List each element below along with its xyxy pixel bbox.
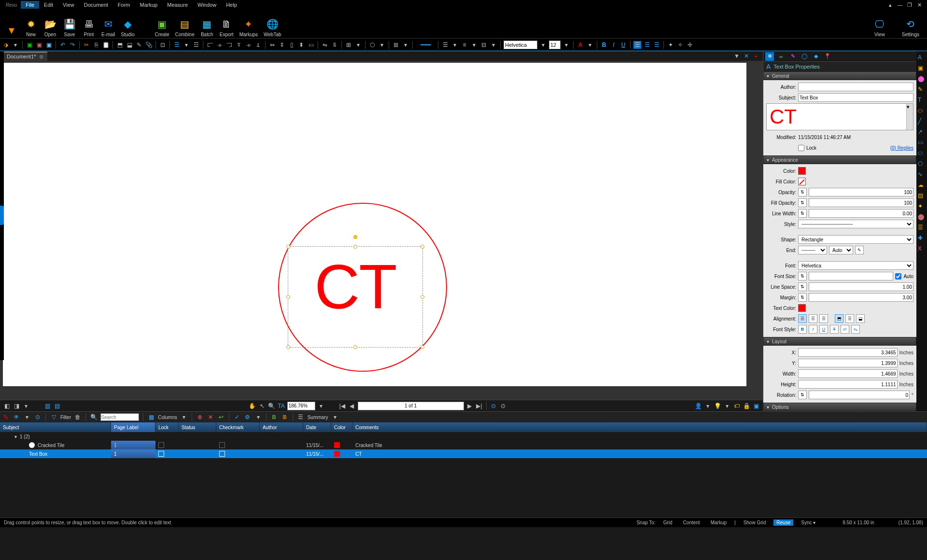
align-top-button[interactable]: ⬒: [835, 314, 843, 323]
tool-icon[interactable]: ▣: [35, 41, 43, 49]
tool-icon[interactable]: ⇔: [268, 41, 276, 49]
bold-button[interactable]: B: [798, 325, 807, 334]
split-icon[interactable]: ◨: [13, 402, 20, 410]
side-icon[interactable]: ▤: [918, 192, 926, 200]
tab-icon[interactable]: ✎: [788, 52, 797, 61]
tool-icon[interactable]: ▣: [45, 41, 53, 49]
zoom-input[interactable]: [287, 402, 315, 410]
tool-icon[interactable]: ☰: [173, 41, 181, 49]
left-panel-handle[interactable]: [0, 206, 4, 225]
replies-link[interactable]: (0) Replies: [890, 145, 913, 151]
section-appearance[interactable]: ▾ Appearance: [763, 155, 916, 164]
rotation-input[interactable]: [809, 391, 910, 399]
section-options[interactable]: ▾ Options: [763, 403, 916, 411]
align-right-button[interactable]: ☰: [819, 314, 828, 323]
col-date[interactable]: Date: [303, 422, 331, 432]
settings-button[interactable]: ⟲Settings: [899, 17, 922, 37]
align-left-button[interactable]: ☰: [798, 314, 807, 323]
create-button[interactable]: ▣Create: [152, 17, 172, 37]
pan-icon[interactable]: ✋: [249, 402, 256, 410]
last-page-icon[interactable]: ▶|: [476, 402, 483, 410]
opacity-input[interactable]: [809, 188, 913, 196]
tool-icon[interactable]: ▾: [451, 41, 459, 49]
snap-grid[interactable]: Grid: [660, 519, 675, 526]
grid-icon[interactable]: ⊞: [392, 41, 400, 49]
document-tab[interactable]: Document1* ⊗: [3, 52, 47, 61]
text-select-icon[interactable]: TA: [278, 402, 285, 410]
columns-label[interactable]: Columns: [158, 415, 177, 420]
dropdown-icon[interactable]: ▾: [254, 413, 262, 421]
align-bottom-icon[interactable]: ⫫: [254, 41, 262, 49]
subject-input[interactable]: [798, 93, 913, 102]
font-select[interactable]: Helvetica: [798, 261, 913, 270]
spinner-icon[interactable]: ⇅: [798, 188, 807, 196]
resize-handle[interactable]: [286, 245, 290, 249]
superscript-button[interactable]: X¹: [841, 325, 849, 334]
check-checkbox[interactable]: [219, 451, 225, 457]
side-icon[interactable]: A: [918, 54, 926, 62]
studio-button[interactable]: ◆Studio: [118, 17, 137, 37]
side-icon[interactable]: ∿: [918, 171, 926, 179]
shape-select[interactable]: Rectangle: [798, 235, 913, 244]
side-icon[interactable]: ⬠: [918, 160, 926, 168]
dim-icon[interactable]: ▾: [704, 402, 712, 410]
undo-icon[interactable]: ↶: [59, 41, 67, 49]
close-icon[interactable]: ✕: [916, 2, 922, 8]
split-icon[interactable]: ▾: [22, 402, 30, 410]
col-page[interactable]: Page Label: [111, 422, 155, 432]
page-input[interactable]: [358, 402, 464, 410]
side-icon[interactable]: ╱: [918, 118, 926, 126]
bold-icon[interactable]: B: [600, 41, 608, 49]
auto-checkbox[interactable]: [895, 273, 901, 280]
dropdown-icon[interactable]: ▾: [539, 41, 547, 49]
lock-checkbox[interactable]: [158, 442, 164, 448]
prev-page-icon[interactable]: ◀: [348, 402, 356, 410]
properties-tab-icon[interactable]: ✲: [765, 52, 774, 61]
filter-label[interactable]: Filter: [60, 415, 71, 420]
line-width-input[interactable]: [809, 209, 913, 218]
email-button[interactable]: ✉E-mail: [98, 17, 118, 37]
dim-icon[interactable]: 💡: [714, 402, 721, 410]
italic-icon[interactable]: I: [610, 41, 618, 49]
print-button[interactable]: 🖶Print: [79, 17, 98, 37]
cut-icon[interactable]: ✂: [83, 41, 90, 49]
spinner-icon[interactable]: ⇅: [798, 272, 807, 280]
col-color[interactable]: Color: [331, 422, 352, 432]
tool-icon[interactable]: ⬍: [297, 41, 305, 49]
menu-view[interactable]: View: [58, 1, 79, 9]
end-edit-icon[interactable]: ✎: [855, 246, 864, 254]
scrollbar-vertical[interactable]: [755, 61, 763, 400]
markups-button[interactable]: ✦Markups: [237, 17, 261, 37]
tool-icon[interactable]: ▣: [26, 41, 33, 49]
tool-icon[interactable]: ⊡: [159, 41, 167, 49]
align-center-icon[interactable]: ⟛: [216, 41, 224, 49]
markup-group[interactable]: ▾ 1 (2): [0, 432, 927, 441]
side-icon[interactable]: ⬭: [918, 150, 926, 157]
col-comments[interactable]: Comments: [352, 422, 927, 432]
tool-icon[interactable]: ✧: [676, 41, 684, 49]
side-icon[interactable]: ↗: [918, 128, 926, 136]
align-middle-icon[interactable]: ⟛: [245, 41, 253, 49]
font-size-select[interactable]: [549, 41, 561, 49]
minimize-win-icon[interactable]: —: [897, 2, 903, 8]
fill-color-swatch[interactable]: [798, 178, 806, 185]
page[interactable]: CT: [3, 63, 746, 386]
align-middle-button[interactable]: ☰: [845, 314, 854, 323]
align-bottom-button[interactable]: ⬓: [856, 314, 865, 323]
select-icon[interactable]: ↖: [258, 402, 266, 410]
lock-icon[interactable]: 🔒: [743, 402, 750, 410]
redo-icon[interactable]: ↷: [69, 41, 76, 49]
side-icon[interactable]: ⬭: [918, 107, 926, 115]
eye-icon[interactable]: 👁: [13, 413, 20, 421]
export-button[interactable]: 🗎Export: [217, 17, 237, 37]
tab-icon[interactable]: ◆: [812, 52, 820, 61]
tool-icon[interactable]: ⬒: [116, 41, 124, 49]
tool-icon[interactable]: ▾: [402, 41, 409, 49]
height-input[interactable]: [798, 380, 898, 389]
markup-icon[interactable]: ✎: [2, 413, 10, 421]
resize-handle[interactable]: [286, 345, 290, 349]
subscript-button[interactable]: X₁: [851, 325, 860, 334]
summary-icon[interactable]: ☰: [297, 413, 305, 421]
resize-handle[interactable]: [421, 245, 424, 249]
rotate-handle[interactable]: [353, 235, 357, 239]
